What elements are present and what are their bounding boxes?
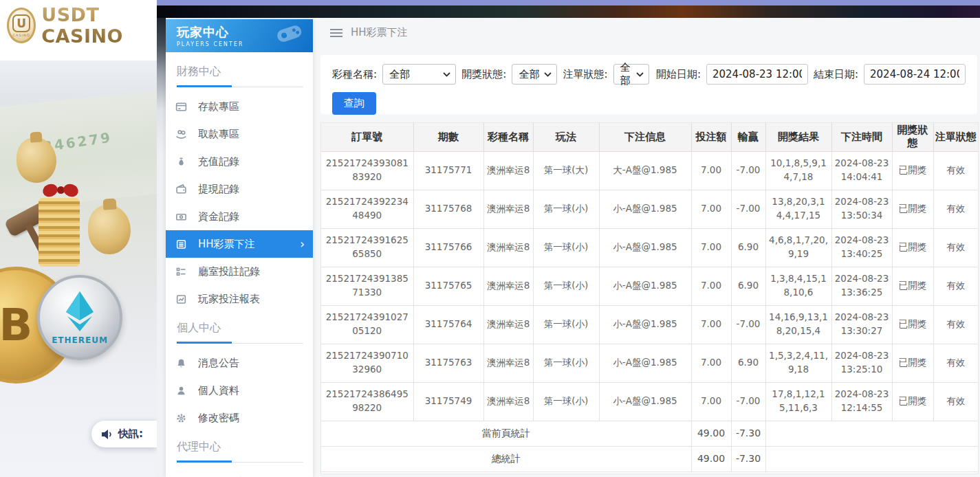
start-date-input[interactable]	[706, 64, 808, 85]
cell-lottery-name: 澳洲幸运8	[483, 382, 533, 421]
page-total-bet: 49.00	[691, 421, 731, 446]
cell-draw-status: 已開獎	[892, 382, 933, 421]
sidebar-item-withdrawal-record[interactable]: 提現記錄	[166, 175, 313, 203]
sidebar-item-label: 資金記錄	[198, 210, 239, 223]
cell-draw-status: 已開獎	[892, 190, 933, 228]
sidebar-item-announcements[interactable]: 消息公告	[166, 349, 313, 377]
deposit-card-icon	[175, 101, 187, 113]
grand-total-winloss: -7.30	[731, 446, 765, 472]
left-promo-column: U CASINO USDT CASINO KB46279 B ETHEREUM	[0, 0, 157, 477]
cell-draw-result: 13,8,20,3,14,4,17,15	[765, 190, 831, 228]
table-header-row: 訂單號 期數 彩種名稱 玩法 下注信息 投注額 輸贏 開獎結果 下注時間 開獎狀…	[321, 123, 978, 151]
sidebar-item-funds-record[interactable]: 資金記錄	[166, 203, 313, 230]
cell-period: 31175766	[413, 228, 483, 267]
cell-draw-status: 已開獎	[892, 344, 933, 382]
lottery-name-value: 全部	[389, 68, 410, 81]
cell-order-status: 有效	[933, 305, 978, 344]
cell-order-status: 有效	[933, 267, 978, 305]
cell-play-type: 第一球(小)	[533, 267, 599, 305]
grand-total-label: 總統計	[321, 446, 691, 472]
cell-draw-status: 已開獎	[892, 305, 933, 344]
menu-toggle-icon[interactable]	[330, 29, 342, 37]
cell-win-loss: -7.00	[731, 382, 765, 421]
cell-win-loss: 6.90	[731, 344, 765, 382]
cell-order-no: 2152172439308183920	[321, 151, 413, 190]
cell-lottery-name: 澳洲幸运8	[483, 228, 533, 267]
page-total-winloss: -7.30	[731, 421, 765, 446]
bets-table: 訂單號 期數 彩種名稱 玩法 下注信息 投注額 輸贏 開獎結果 下注時間 開獎狀…	[321, 123, 978, 472]
section-rule	[177, 460, 303, 463]
header-bet-info: 下注信息	[599, 123, 691, 151]
banknote-icon	[175, 211, 187, 223]
ethereum-coin-image: ETHEREUM	[37, 275, 122, 360]
cell-win-loss: -7.00	[731, 190, 765, 228]
sidebar-item-label: 修改密碼	[198, 412, 239, 425]
sidebar-item-player-bet-report[interactable]: 玩家投注報表	[166, 285, 313, 313]
draw-status-select[interactable]: 全部	[512, 64, 557, 85]
header-bet-time: 下注時間	[831, 123, 892, 151]
cell-bet-info: 小-A盤@1.985	[599, 344, 691, 382]
sidebar-item-recharge-record[interactable]: 充值記錄	[166, 148, 313, 175]
brand-name: USDT CASINO	[41, 4, 157, 47]
sidebar-item-label: 個人資料	[198, 384, 239, 397]
cell-lottery-name: 澳洲幸运8	[483, 190, 533, 228]
cell-win-loss: 6.90	[731, 267, 765, 305]
header-win-loss: 輸贏	[731, 123, 765, 151]
cell-bet-info: 小-A盤@1.985	[599, 267, 691, 305]
sidebar-item-agent-rules[interactable]: 代理規則說明	[166, 468, 313, 477]
sidebar-item-change-password[interactable]: 修改密碼	[166, 404, 313, 432]
list-icon	[175, 238, 187, 250]
chevron-down-icon	[636, 72, 644, 77]
sidebar-item-deposit[interactable]: 存款專區	[166, 93, 313, 120]
cell-order-no: 2152172438649598220	[321, 382, 413, 421]
cell-play-type: 第一球(小)	[533, 228, 599, 267]
cell-win-loss: -7.00	[731, 151, 765, 190]
top-periwinkle-strip	[157, 0, 980, 5]
sidebar-item-withdraw[interactable]: 取款專區	[166, 120, 313, 148]
cell-bet-info: 大-A盤@1.985	[599, 151, 691, 190]
end-date-input[interactable]	[864, 64, 966, 85]
sidebar: 玩家中心 PLAYERS CENTER 財務中心 存款專區 取款專區 充值記錄	[166, 19, 313, 477]
emblem-sub-label: CASINO	[13, 33, 30, 37]
hand-coins-icon	[175, 129, 187, 140]
draw-status-label: 開獎狀態:	[461, 68, 506, 81]
cell-order-status: 有效	[933, 344, 978, 382]
cell-order-no: 2152172439071032960	[321, 344, 413, 382]
cell-order-status: 有效	[933, 228, 978, 267]
end-date-label: 結束日期:	[814, 68, 858, 81]
header-order-status: 注單狀態	[933, 123, 978, 151]
cell-period: 31175765	[413, 267, 483, 305]
cell-period: 31175763	[413, 344, 483, 382]
sidebar-item-profile[interactable]: 個人資料	[166, 377, 313, 404]
cell-draw-status: 已開獎	[892, 228, 933, 267]
sidebar-item-lottery-bets[interactable]: HH彩票下注 ›	[166, 230, 313, 258]
cell-win-loss: 6.90	[731, 228, 765, 267]
sidebar-item-room-bet-record[interactable]: 廳室投註記錄	[166, 258, 313, 285]
header-draw-result: 開獎結果	[765, 123, 831, 151]
section-title-personal: 個人中心	[177, 321, 303, 335]
table-row: 215217243916256585031175766澳洲幸运8第一球(小)小-…	[321, 228, 978, 267]
cell-bet-info: 小-A盤@1.985	[599, 382, 691, 421]
news-ticker-button[interactable]: 快訊:	[91, 421, 157, 447]
cell-draw-result: 10,1,8,5,9,14,7,18	[765, 151, 831, 190]
grand-total-row: 總統計 49.00 -7.30	[321, 446, 978, 472]
lottery-name-select[interactable]: 全部	[382, 64, 456, 85]
cell-play-type: 第一球(小)	[533, 190, 599, 228]
grand-total-empty	[765, 446, 978, 472]
money-bag-icon	[175, 156, 187, 168]
cell-order-no: 2152172439138571330	[321, 267, 413, 305]
table-row: 215217243922344849031175768澳洲幸运8第一球(小)小-…	[321, 190, 978, 228]
table-row: 215217243864959822031175749澳洲幸运8第一球(小)小-…	[321, 382, 978, 421]
order-status-select[interactable]: 全部	[613, 64, 649, 85]
cell-draw-result: 4,6,8,1,7,20,9,19	[765, 228, 831, 267]
page: U CASINO USDT CASINO KB46279 B ETHEREUM	[0, 0, 980, 477]
cell-bet-amount: 7.00	[691, 305, 731, 344]
cell-order-status: 有效	[933, 151, 978, 190]
cell-period: 31175768	[413, 190, 483, 228]
money-bag-image	[17, 137, 56, 183]
query-button[interactable]: 查詢	[332, 92, 376, 115]
cell-bet-time: 2024-08-23 14:04:41	[831, 151, 892, 190]
cell-bet-time: 2024-08-23 13:40:25	[831, 228, 892, 267]
cell-lottery-name: 澳洲幸运8	[483, 267, 533, 305]
brand-logo[interactable]: U CASINO USDT CASINO	[0, 0, 157, 60]
